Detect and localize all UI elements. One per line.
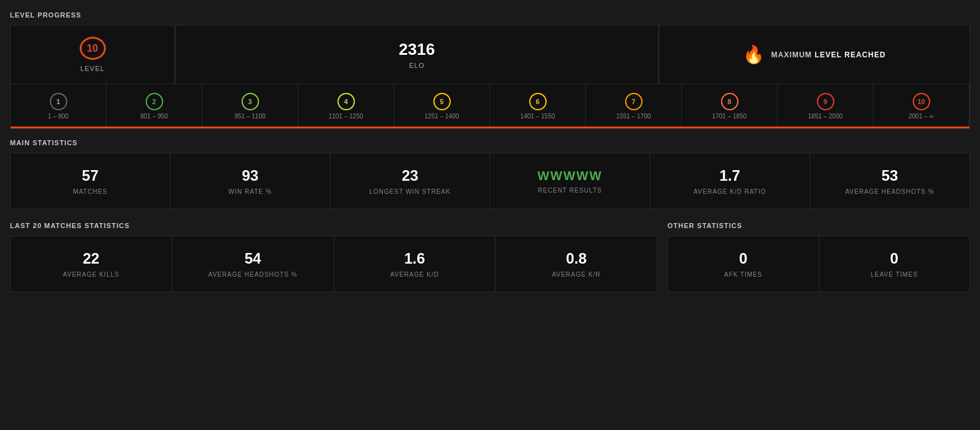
badge-5: 5 [433, 93, 451, 110]
stat-afk: 0 AFK TIMES [667, 236, 819, 292]
level-progress-title: LEVEL PROGRESS [10, 11, 970, 19]
last20-section: LAST 20 MATCHES STATISTICS 22 AVERAGE KI… [10, 222, 657, 292]
other-stats-title: OTHER STATISTICS [667, 222, 970, 229]
stat-winrate-label: WIN RATE % [229, 188, 272, 195]
stat-avg-hs-label: AVERAGE HEADSHOTS % [208, 271, 297, 278]
stat-winstreak-label: LONGEST WIN STREAK [369, 188, 451, 195]
stat-kd: 1.7 AVERAGE K/D RATIO [649, 153, 809, 209]
other-stats-section: OTHER STATISTICS 0 AFK TIMES 0 LEAVE TIM… [667, 222, 970, 292]
stat-avg-kd-value: 1.6 [404, 250, 425, 267]
stat-afk-value: 0 [739, 250, 747, 267]
badge-9: 9 [817, 93, 834, 110]
stat-kd-label: AVERAGE K/D RATIO [694, 188, 766, 195]
elo-bar-container: 1 1 – 800 2 801 – 950 3 951 – 1100 4 110… [10, 84, 970, 129]
stat-avg-kr-label: AVERAGE K/R [552, 271, 601, 278]
range-3: 951 – 1100 [234, 113, 265, 120]
stat-recent-value: WWWWW [537, 169, 602, 183]
stat-avg-kd: 1.6 AVERAGE K/D [334, 236, 496, 292]
stat-avg-kr: 0.8 AVERAGE K/R [495, 236, 657, 292]
stat-avg-kd-label: AVERAGE K/D [390, 271, 439, 278]
badge-1: 1 [50, 93, 67, 110]
stat-matches: 57 MATCHES [10, 153, 170, 209]
stat-hs: 53 AVERAGE HEADSHOTS % [809, 153, 970, 209]
bottom-row: LAST 20 MATCHES STATISTICS 22 AVERAGE KI… [10, 222, 970, 292]
elo-segment-7: 7 1551 – 1700 [586, 84, 682, 128]
main-statistics-title: MAIN STATISTICS [10, 139, 970, 146]
badge-4: 4 [337, 93, 355, 110]
elo-segment-4: 4 1101 – 1250 [298, 84, 394, 128]
elo-segment-8: 8 1701 – 1850 [682, 84, 778, 128]
last20-stats-grid: 22 AVERAGE KILLS 54 AVERAGE HEADSHOTS % … [10, 236, 657, 292]
stat-matches-label: MATCHES [73, 188, 107, 195]
stat-leave-label: LEAVE TIMES [870, 271, 918, 278]
range-9: 1851 – 2000 [808, 113, 843, 120]
max-level-block: 🔥 MAXIMUM LEVEL REACHED [659, 25, 970, 84]
level-value: 10 [87, 43, 98, 54]
stat-winstreak-value: 23 [402, 167, 418, 184]
range-1: 1 – 800 [48, 113, 68, 120]
level-block: 10 LEVEL [10, 25, 175, 84]
stat-winrate: 93 WIN RATE % [170, 153, 330, 209]
elo-value: 2316 [399, 40, 435, 59]
range-7: 1551 – 1700 [616, 113, 651, 120]
stat-winstreak: 23 LONGEST WIN STREAK [330, 153, 490, 209]
stat-afk-label: AFK TIMES [724, 271, 763, 278]
stat-leave: 0 LEAVE TIMES [819, 236, 971, 292]
elo-segment-2: 2 801 – 950 [106, 84, 202, 128]
max-level-text: MAXIMUM LEVEL REACHED [771, 50, 885, 59]
level-progress-section: LEVEL PROGRESS 10 LEVEL 2316 ELO 🔥 MAXIM… [10, 11, 970, 129]
range-4: 1101 – 1250 [329, 113, 364, 120]
elo-segment-10: 10 2001 – ∞ [874, 84, 969, 128]
level-circle: 10 [80, 37, 106, 60]
badge-6: 6 [529, 93, 547, 110]
elo-segment-1: 1 1 – 800 [11, 84, 106, 128]
stat-avg-kills-value: 22 [83, 250, 100, 267]
range-6: 1401 – 1550 [521, 113, 555, 120]
badge-2: 2 [146, 93, 163, 110]
elo-bar-track [11, 127, 969, 128]
range-8: 1701 – 1850 [712, 113, 747, 120]
badge-10: 10 [913, 93, 930, 110]
stat-hs-value: 53 [882, 167, 898, 184]
elo-segment-3: 3 951 – 1100 [202, 84, 298, 128]
range-5: 1251 – 1400 [425, 113, 459, 120]
badge-7: 7 [625, 93, 643, 110]
stat-avg-kills: 22 AVERAGE KILLS [10, 236, 172, 292]
elo-label: ELO [409, 62, 425, 69]
last20-title: LAST 20 MATCHES STATISTICS [10, 222, 657, 229]
page-container: LEVEL PROGRESS 10 LEVEL 2316 ELO 🔥 MAXIM… [0, 0, 980, 303]
main-statistics-section: MAIN STATISTICS 57 MATCHES 93 WIN RATE %… [10, 139, 970, 209]
level-progress-top: 10 LEVEL 2316 ELO 🔥 MAXIMUM LEVEL REACHE… [10, 25, 970, 84]
range-10: 2001 – ∞ [908, 113, 934, 120]
level-label: LEVEL [80, 65, 105, 72]
elo-segment-5: 5 1251 – 1400 [394, 84, 490, 128]
stat-avg-hs-value: 54 [245, 250, 261, 267]
badge-3: 3 [242, 93, 259, 110]
elo-block: 2316 ELO [175, 25, 659, 84]
fire-icon: 🔥 [743, 44, 765, 65]
elo-segment-6: 6 1401 – 1550 [490, 84, 586, 128]
stat-hs-label: AVERAGE HEADSHOTS % [845, 188, 934, 195]
other-stats-grid: 0 AFK TIMES 0 LEAVE TIMES [667, 236, 970, 292]
stat-recent: WWWWW RECENT RESULTS [489, 153, 649, 209]
stat-matches-value: 57 [82, 167, 99, 184]
stat-recent-label: RECENT RESULTS [538, 187, 602, 194]
stat-avg-hs: 54 AVERAGE HEADSHOTS % [172, 236, 334, 292]
stat-winrate-value: 93 [242, 167, 258, 184]
elo-segment-9: 9 1851 – 2000 [778, 84, 874, 128]
stat-leave-value: 0 [890, 250, 898, 267]
range-2: 801 – 950 [140, 113, 168, 120]
main-stats-grid: 57 MATCHES 93 WIN RATE % 23 LONGEST WIN … [10, 153, 970, 209]
stat-avg-kr-value: 0.8 [566, 250, 587, 267]
stat-kd-value: 1.7 [720, 167, 740, 184]
stat-avg-kills-label: AVERAGE KILLS [63, 271, 120, 278]
badge-8: 8 [721, 93, 738, 110]
